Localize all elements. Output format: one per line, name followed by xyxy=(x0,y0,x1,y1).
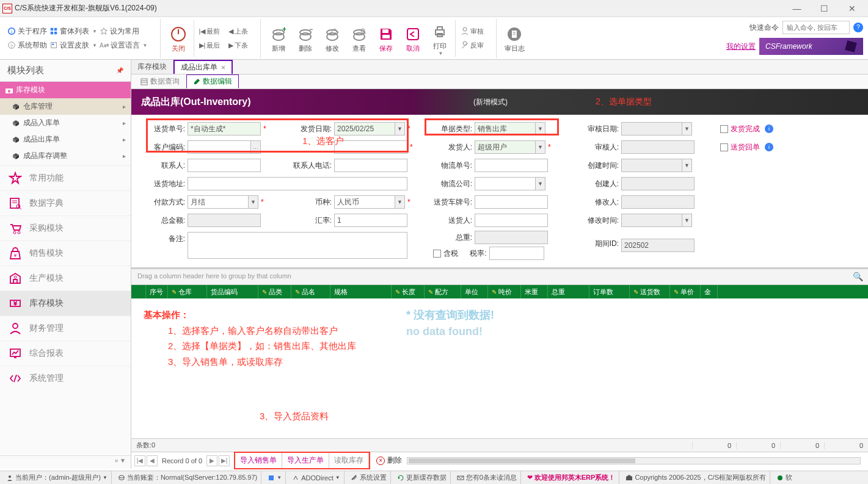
delivery-no-input[interactable] xyxy=(188,122,261,135)
nav-last-button[interactable]: ▶| xyxy=(219,455,230,466)
my-settings-link[interactable]: 我的设置 xyxy=(726,42,756,52)
sys-help-button[interactable]: ?系统帮助 xyxy=(7,40,47,51)
customer-name-input[interactable] xyxy=(334,140,407,154)
doc-type-input[interactable] xyxy=(475,122,536,135)
grid-group-panel[interactable]: Drag a column header here to group by th… xyxy=(131,269,868,285)
sidebar-item-0[interactable]: 仓库管理▸ xyxy=(0,98,131,115)
module-factory[interactable]: 生产模块 xyxy=(0,265,131,291)
quickcmd-input[interactable] xyxy=(782,21,850,34)
contact-tel-input[interactable] xyxy=(334,159,407,172)
maximize-button[interactable]: ☐ xyxy=(811,0,838,17)
info-icon[interactable]: i xyxy=(765,143,773,151)
subtab-edit[interactable]: 数据编辑 xyxy=(186,74,239,88)
nav-prev-button[interactable]: ◀ xyxy=(147,455,158,466)
nav-next-button[interactable]: ▶ xyxy=(206,455,217,466)
status-conn[interactable]: ▼ xyxy=(264,471,286,484)
close-button[interactable]: 关闭 xyxy=(166,21,191,58)
module-dict[interactable]: 数据字典 xyxy=(0,190,131,215)
sidebar-collapse[interactable]: » ▼ xyxy=(0,455,131,469)
tax-rate-input[interactable] xyxy=(489,247,544,260)
set-default-button[interactable]: 设为常用 xyxy=(100,26,139,37)
dropdown-icon[interactable]: ▼ xyxy=(536,122,545,135)
horizontal-scrollbar[interactable] xyxy=(407,457,861,464)
col-14[interactable]: ✎单价 xyxy=(670,285,701,298)
customer-code-input[interactable] xyxy=(188,140,251,154)
status-ado[interactable]: ADODirect▼ xyxy=(288,471,344,484)
status-sys-settings[interactable]: 系统设置 xyxy=(347,471,391,484)
set-skin-button[interactable]: 设置皮肤▼ xyxy=(49,40,97,51)
sidebar-item-2[interactable]: 成品出库单▸ xyxy=(0,131,131,148)
module-money[interactable]: ¥库存模块 xyxy=(0,291,131,316)
add-button[interactable]: +新增 xyxy=(266,21,291,58)
subtab-query[interactable]: 数据查询 xyxy=(134,74,186,88)
truck-no-input[interactable] xyxy=(475,195,548,209)
auditlog-button[interactable]: 审日志 xyxy=(501,21,527,58)
remark-input[interactable] xyxy=(188,232,407,259)
col-11[interactable]: 总重 xyxy=(548,285,589,298)
info-icon[interactable]: i xyxy=(765,125,773,133)
col-12[interactable]: 订单数 xyxy=(589,285,630,298)
view-button[interactable]: 查看 xyxy=(346,21,372,58)
unapprove-button[interactable]: 反审 xyxy=(461,41,484,50)
dropdown-icon[interactable]: ▼ xyxy=(682,159,692,172)
tab-inventory-module[interactable]: 库存模块 xyxy=(131,60,173,74)
dropdown-icon[interactable]: ▼ xyxy=(682,214,692,227)
cancel-button[interactable]: 取消 xyxy=(400,21,426,58)
currency-input[interactable] xyxy=(334,195,395,209)
tab-out-inventory[interactable]: 成品出库单× xyxy=(173,60,233,74)
status-refresh[interactable]: 更新缓存数据 xyxy=(393,471,451,484)
dropdown-icon[interactable]: ▼ xyxy=(395,195,405,209)
import-prod-button[interactable]: 导入生产单 xyxy=(282,453,329,468)
close-window-button[interactable]: ✕ xyxy=(838,0,866,17)
pin-icon[interactable]: 📌 xyxy=(116,67,123,74)
rate-input[interactable] xyxy=(334,214,407,227)
next-button[interactable]: ▶ 下条 xyxy=(228,41,248,50)
pay-method-input[interactable] xyxy=(188,195,249,209)
sidebar-item-1[interactable]: 成品入库单▸ xyxy=(0,115,131,131)
col-15[interactable]: 金 xyxy=(701,285,718,298)
logistics-no-input[interactable] xyxy=(475,159,548,172)
audit-date-input[interactable] xyxy=(621,122,682,135)
status-user[interactable]: 当前用户：(admin-超级用户)▼ xyxy=(2,471,112,484)
about-button[interactable]: i关于程序 xyxy=(7,26,47,37)
ship-done-checkbox[interactable] xyxy=(720,125,728,133)
search-icon[interactable]: 🔍 xyxy=(853,272,863,281)
import-sales-button[interactable]: 导入销售单 xyxy=(235,453,282,468)
dropdown-icon[interactable]: ▼ xyxy=(395,122,405,135)
module-star[interactable]: 常用功能 xyxy=(0,165,131,190)
col-2[interactable]: 货品编码 xyxy=(207,285,258,298)
col-9[interactable]: ✎吨价 xyxy=(488,285,521,298)
last-button[interactable]: ▶| 最后 xyxy=(199,41,221,50)
lookup-icon[interactable]: … xyxy=(251,140,261,154)
sidebar-item-3[interactable]: 成品库存调整▸ xyxy=(0,148,131,164)
col-10[interactable]: 米重 xyxy=(521,285,548,298)
col-6[interactable]: ✎长度 xyxy=(392,285,425,298)
prev-button[interactable]: ◀ 上条 xyxy=(228,27,248,36)
read-stock-button[interactable]: 读取库存 xyxy=(329,453,369,468)
col-5[interactable]: 规格 xyxy=(330,285,392,298)
shipper-input[interactable] xyxy=(475,140,536,154)
dropdown-icon[interactable]: ▼ xyxy=(249,195,258,209)
save-button[interactable]: 保存 xyxy=(373,21,399,58)
form-list-button[interactable]: 窗体列表▼ xyxy=(49,26,97,37)
edit-button[interactable]: 修改 xyxy=(319,21,345,58)
module-person[interactable]: 财务管理 xyxy=(0,316,131,341)
close-tab-icon[interactable]: × xyxy=(221,63,225,72)
dropdown-icon[interactable]: ▼ xyxy=(536,140,545,154)
col-3[interactable]: ✎品类 xyxy=(258,285,291,298)
delete-button[interactable]: −删除 xyxy=(293,21,318,58)
sidebar-tree-header[interactable]: ¥ 库存模块 xyxy=(0,82,131,98)
dropdown-icon[interactable]: ▼ xyxy=(682,122,692,135)
col-0[interactable]: 序号 xyxy=(146,285,168,298)
tax-included-checkbox[interactable] xyxy=(433,250,441,258)
col-7[interactable]: ✎配方 xyxy=(425,285,461,298)
approve-button[interactable]: 审核 xyxy=(461,27,484,36)
col-8[interactable]: 单位 xyxy=(461,285,488,298)
status-account[interactable]: 当前账套：Normal(SqlServer:120.79.85.97) xyxy=(114,471,261,484)
delete-row-button[interactable]: ×删除 xyxy=(376,455,402,466)
col-13[interactable]: ✎送货数 xyxy=(630,285,670,298)
contact-input[interactable] xyxy=(188,159,261,172)
nav-first-button[interactable]: |◀ xyxy=(134,455,145,466)
help-icon[interactable]: ? xyxy=(853,23,863,32)
logistics-co-input[interactable] xyxy=(475,177,536,190)
